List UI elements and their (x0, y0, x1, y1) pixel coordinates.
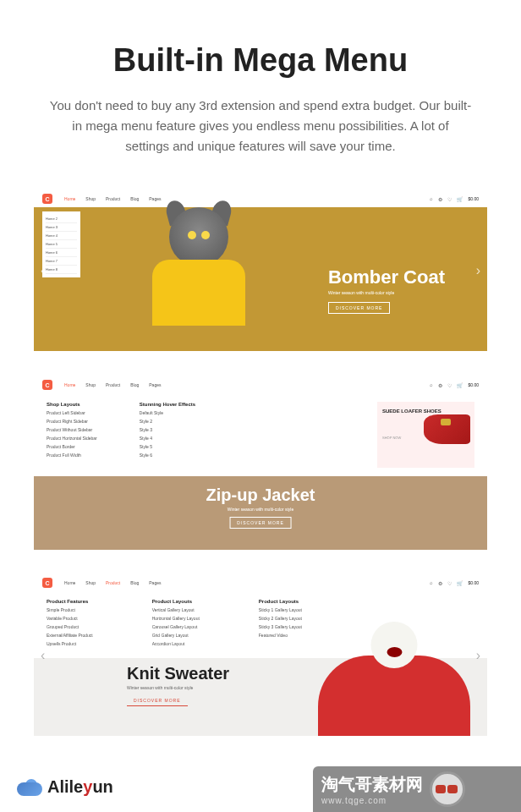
carousel-next-icon[interactable]: › (476, 456, 480, 471)
nav-blog[interactable]: Blog (130, 196, 139, 201)
col-title: Product Layouts (259, 599, 302, 604)
discover-button[interactable]: DISCOVER MORE (229, 517, 292, 529)
cart-icon[interactable]: 🛒 (457, 580, 463, 586)
watermark-text: 淘气哥素材网 (321, 773, 423, 778)
discover-button[interactable]: DISCOVER MORE (127, 695, 188, 706)
nav-home[interactable]: Home (64, 196, 75, 201)
nav-shop[interactable]: Shop (85, 196, 96, 201)
nav-shop[interactable]: Shop (85, 382, 96, 387)
menu-link[interactable]: Default Style (140, 410, 195, 415)
cart-price: $0.00 (468, 196, 479, 201)
page-title: Built-in Mega Menu (0, 42, 521, 79)
dropdown-item[interactable]: Home 8 (46, 266, 77, 274)
menu-link[interactable]: Sticky 1 Gallery Layout (259, 607, 302, 612)
carousel-prev-icon[interactable]: ‹ (41, 648, 45, 663)
carousel-prev-icon[interactable]: ‹ (41, 263, 45, 278)
menu-link[interactable]: Sticky 3 Gallery Layout (259, 624, 302, 629)
menu-link[interactable]: Product Right Sidebar (47, 419, 97, 424)
col-title: Shop Layouts (47, 402, 97, 407)
carousel-prev-icon[interactable]: ‹ (41, 456, 45, 471)
gear-icon[interactable]: ⚙ (438, 382, 442, 388)
menu-link[interactable]: Featured Video (259, 633, 302, 638)
logo-icon[interactable]: C (42, 380, 52, 390)
search-icon[interactable]: ⌕ (430, 580, 433, 585)
gear-icon[interactable]: ⚙ (438, 196, 442, 202)
dropdown-item[interactable]: Home 5 (46, 240, 77, 249)
nav-links: Home Shop Product Blog Pages (64, 196, 161, 201)
menu-link[interactable]: Variable Product (47, 616, 93, 621)
menu-link[interactable]: External/Affiliate Product (47, 633, 93, 638)
mega-col-hover-effects: Stunning Hover Effects Default Style Sty… (140, 402, 195, 468)
menu-link[interactable]: Accordion Layout (152, 641, 200, 646)
cart-icon[interactable]: 🛒 (457, 382, 463, 388)
top-icons: ⌕ ⚙ ♡ 🛒 $0.00 (430, 196, 479, 202)
nav-blog[interactable]: Blog (130, 382, 139, 387)
menu-link[interactable]: Grid Gallery Layout (152, 633, 200, 638)
menu-link[interactable]: Product Horizontal Sidebar (47, 436, 97, 441)
menu-link[interactable]: Carousel Gallery Layout (152, 624, 200, 629)
menu-link[interactable]: Upsells Product (47, 641, 93, 646)
demo-knit-sweater: C Home Shop Product Blog Pages ⌕ ⚙ ♡ 🛒 $… (34, 575, 487, 736)
logo-icon[interactable]: C (42, 194, 52, 204)
nav-links: Home Shop Product Blog Pages (64, 580, 161, 585)
watermark: 淘气哥素材网 www.tqge.com (313, 766, 521, 778)
nav-pages[interactable]: Pages (149, 196, 161, 201)
search-icon[interactable]: ⌕ (430, 196, 433, 201)
col-title: Product Features (47, 599, 93, 604)
menu-link[interactable]: Style 3 (140, 427, 195, 432)
carousel-next-icon[interactable]: › (476, 263, 480, 278)
cart-price: $0.00 (468, 382, 479, 387)
nav-product[interactable]: Product (106, 382, 120, 387)
cart-icon[interactable]: 🛒 (457, 196, 463, 202)
dropdown-item[interactable]: Home 6 (46, 249, 77, 257)
dropdown-item[interactable]: Home 2 (46, 215, 77, 223)
mega-col-product-features: Product Features Simple Product Variable… (47, 599, 93, 650)
promo-button[interactable]: SHOP NOW (382, 436, 401, 440)
dropdown-item[interactable]: Home 7 (46, 257, 77, 266)
menu-link[interactable]: Simple Product (47, 607, 93, 612)
menu-link[interactable]: Style 4 (140, 436, 195, 441)
cat-illustration (148, 207, 250, 326)
menu-link[interactable]: Grouped Product (47, 624, 93, 629)
nav-product[interactable]: Product (106, 580, 120, 585)
menu-link[interactable]: Sticky 2 Gallery Layout (259, 616, 302, 621)
home-dropdown[interactable]: Home 2 Home 3 Home 4 Home 5 Home 6 Home … (42, 211, 80, 277)
menu-link[interactable]: Product Left Sidebar (47, 410, 97, 415)
logo-icon[interactable]: C (42, 578, 52, 588)
hero-subtitle: Winter season with multi-color style (328, 290, 445, 295)
nav-home[interactable]: Home (64, 382, 75, 387)
nav-product[interactable]: Product (106, 196, 120, 201)
figure-illustration (318, 656, 470, 736)
menu-link[interactable]: Product Border (47, 444, 97, 449)
nav-pages[interactable]: Pages (149, 580, 161, 585)
search-icon[interactable]: ⌕ (430, 382, 433, 387)
top-icons: ⌕ ⚙ ♡ 🛒 $0.00 (430, 580, 479, 586)
gear-icon[interactable]: ⚙ (438, 580, 442, 586)
demo-topbar: C Home Shop Product Blog Pages ⌕ ⚙ ♡ 🛒 $… (34, 575, 487, 590)
discover-button[interactable]: DISCOVER MORE (328, 302, 391, 314)
menu-link[interactable]: Product Without Sidebar (47, 427, 97, 432)
alileyun-text: Alileyun (47, 777, 113, 778)
menu-link[interactable]: Style 2 (140, 419, 195, 424)
cart-price: $0.00 (468, 580, 479, 585)
heart-icon[interactable]: ♡ (447, 580, 452, 586)
page-subtitle: You don't need to buy any 3rd extension … (32, 96, 489, 156)
menu-link[interactable]: Style 6 (140, 453, 195, 458)
menu-link[interactable]: Vertical Gallery Layout (152, 607, 200, 612)
heart-icon[interactable]: ♡ (447, 196, 452, 202)
carousel-next-icon[interactable]: › (476, 648, 480, 663)
nav-home[interactable]: Home (64, 580, 75, 585)
heart-icon[interactable]: ♡ (447, 382, 452, 388)
nav-pages[interactable]: Pages (149, 382, 161, 387)
dropdown-item[interactable]: Home 4 (46, 232, 77, 240)
top-icons: ⌕ ⚙ ♡ 🛒 $0.00 (430, 382, 479, 388)
dropdown-item[interactable]: Home 3 (46, 223, 77, 232)
col-title: Stunning Hover Effects (140, 402, 195, 407)
alileyun-logo: Alileyun (17, 777, 113, 778)
nav-blog[interactable]: Blog (130, 580, 139, 585)
nav-shop[interactable]: Shop (85, 580, 96, 585)
promo-card[interactable]: SUEDE LOAFER SHOES SHOP NOW (377, 402, 474, 468)
menu-link[interactable]: Style 5 (140, 444, 195, 449)
menu-link[interactable]: Product Full Width (47, 453, 97, 458)
menu-link[interactable]: Horizontal Gallery Layout (152, 616, 200, 621)
